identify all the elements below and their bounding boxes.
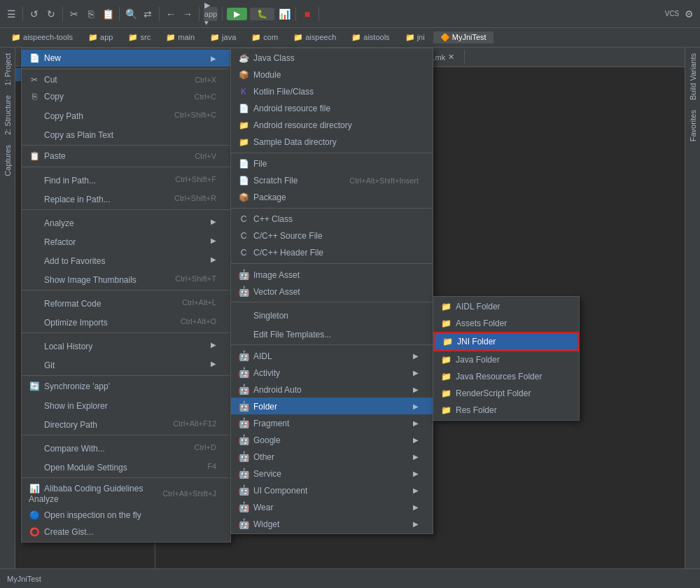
tab-close[interactable]: ✕ <box>448 52 454 62</box>
menu-scratch-file[interactable]: 📄Scratch File Ctrl+Alt+Shift+Insert <box>231 172 433 189</box>
nav-src[interactable]: 📁 src <box>121 31 158 43</box>
menu-aidl-folder[interactable]: 📁AIDL Folder <box>433 298 579 315</box>
nav-app[interactable]: 📁 app <box>81 31 120 43</box>
nav-jni[interactable]: 📁 jni <box>398 31 432 43</box>
menu-alibaba[interactable]: 📊Alibaba Coding Guidelines Analyze Ctrl+… <box>22 480 230 507</box>
menu-android-resource-file[interactable]: 📄Android resource file <box>231 100 433 117</box>
menu-jni-folder[interactable]: 📁JNI Folder <box>433 332 579 351</box>
redo-icon[interactable]: ↻ <box>44 7 58 21</box>
nav-aispeech-tools[interactable]: 📁 aispeech-tools <box>4 31 80 43</box>
menu-java-folder[interactable]: 📁Java Folder <box>433 351 579 368</box>
menu-image-asset[interactable]: 🤖Image Asset <box>231 266 433 283</box>
menu-wear[interactable]: 🤖Wear ▶ <box>231 498 433 515</box>
build-variants-icon[interactable]: Build Variants <box>687 50 699 103</box>
menu-file[interactable]: 📄File <box>231 155 433 172</box>
menu-cut[interactable]: ✂Cut Ctrl+X <box>22 71 230 88</box>
run-config-dropdown[interactable]: ▶ app ▾ <box>204 7 218 21</box>
menu-java-resources-folder[interactable]: 📁Java Resources Folder <box>433 368 579 385</box>
menu-sync[interactable]: 🔄Synchronize 'app' <box>22 378 230 395</box>
menu-other[interactable]: 🤖Other ▶ <box>231 448 433 465</box>
menu-git[interactable]: Git ▶ <box>22 354 230 373</box>
menu-service[interactable]: 🤖Service ▶ <box>231 465 433 482</box>
arrow-icon: ▶ <box>413 386 419 393</box>
menu-google[interactable]: 🤖Google ▶ <box>231 431 433 448</box>
menu-dir-path[interactable]: Directory Path Ctrl+Alt+F12 <box>22 414 230 433</box>
nav-main[interactable]: 📁 main <box>159 31 202 43</box>
forward-icon[interactable]: → <box>181 7 195 21</box>
copy-icon[interactable]: ⎘ <box>84 7 98 21</box>
menu-vector-asset[interactable]: 🤖Vector Asset <box>231 283 433 300</box>
debug-button[interactable]: 🐛 <box>250 8 274 20</box>
project-panel-icon[interactable]: 1: Project <box>2 50 13 88</box>
menu-local-history[interactable]: Local History ▶ <box>22 335 230 354</box>
menu-sample-data[interactable]: 📁Sample Data directory <box>231 134 433 150</box>
menu-java-class[interactable]: ☕Java Class <box>231 50 433 66</box>
menu-add-favorites[interactable]: Add to Favorites ▶ <box>22 250 230 269</box>
settings-icon[interactable]: ⚙ <box>682 7 696 21</box>
menu-aidl[interactable]: 🤖AIDL ▶ <box>231 347 433 364</box>
menu-reformat[interactable]: Reformat Code Ctrl+Alt+L <box>22 293 230 312</box>
menu-paste[interactable]: 📋Paste Ctrl+V <box>22 148 230 164</box>
menu-icon[interactable]: ☰ <box>4 7 18 21</box>
shortcut: Ctrl+D <box>195 443 216 451</box>
menu-copy[interactable]: ⎘Copy Ctrl+C <box>22 88 230 105</box>
menu-activity[interactable]: 🤖Activity ▶ <box>231 364 433 381</box>
menu-copy-path[interactable]: Copy Path Ctrl+Shift+C <box>22 105 230 124</box>
menu-edit-templates[interactable]: Edit File Templates... <box>231 323 433 342</box>
menu-renderscript-folder[interactable]: 📁RenderScript Folder <box>433 385 579 402</box>
undo-icon[interactable]: ↺ <box>27 7 41 21</box>
favorites-icon[interactable]: Favorites <box>687 107 699 144</box>
profile-button[interactable]: 📊 <box>277 7 291 21</box>
captures-icon[interactable]: Captures <box>2 142 13 179</box>
menu-show-thumbnails[interactable]: Show Image Thumbnails Ctrl+Shift+T <box>22 269 230 288</box>
search-replace-icon[interactable]: ⇄ <box>141 7 155 21</box>
menu-android-resource-dir[interactable]: 📁Android resource directory <box>231 117 433 134</box>
menu-show-explorer[interactable]: Show in Explorer <box>22 395 230 414</box>
menu-new[interactable]: 📄New ▶ <box>22 50 230 66</box>
back-icon[interactable]: ← <box>164 7 178 21</box>
kotlin-icon: K <box>238 86 249 97</box>
paste-icon[interactable]: 📋 <box>101 7 115 21</box>
menu-folder[interactable]: 🤖Folder ▶ <box>231 398 433 414</box>
menu-package[interactable]: 📦Package <box>231 189 433 206</box>
sep <box>231 302 433 302</box>
menu-find-path[interactable]: Find in Path... Ctrl+Shift+F <box>22 169 230 188</box>
cut-icon[interactable]: ✂ <box>67 7 81 21</box>
menu-ui-component[interactable]: 🤖UI Component ▶ <box>231 482 433 498</box>
module-icon: 📦 <box>238 69 249 80</box>
menu-gist[interactable]: ⭕Create Gist... <box>22 524 230 540</box>
menu-res-folder[interactable]: 📁Res Folder <box>433 402 579 419</box>
menu-cpp-class[interactable]: CC++ Class <box>231 211 433 227</box>
menu-module[interactable]: 📦Module <box>231 66 433 83</box>
menu-kotlin[interactable]: KKotlin File/Class <box>231 83 433 100</box>
menu-inspection[interactable]: 🔵Open inspection on the fly <box>22 507 230 524</box>
vcs-icon[interactable]: VCS <box>665 7 679 21</box>
menu-singleton[interactable]: Singleton <box>231 304 433 323</box>
shortcut: Ctrl+Alt+F12 <box>173 419 216 428</box>
menu-module-settings[interactable]: Open Module Settings F4 <box>22 456 230 475</box>
menu-analyze[interactable]: Analyze ▶ <box>22 212 230 231</box>
structure-panel-icon[interactable]: 2: Structure <box>2 92 13 138</box>
menu-cpp-header[interactable]: CC/C++ Header File <box>231 244 433 261</box>
nav-aistools[interactable]: 📁 aistools <box>344 31 396 43</box>
service-icon: 🤖 <box>238 468 249 479</box>
nav-java[interactable]: 📁 java <box>203 31 243 43</box>
nav-com[interactable]: 📁 com <box>244 31 285 43</box>
menu-replace-path[interactable]: Replace in Path... Ctrl+Shift+R <box>22 188 230 207</box>
menu-cpp-source[interactable]: CC/C++ Source File <box>231 227 433 244</box>
menu-android-auto[interactable]: 🤖Android Auto ▶ <box>231 381 433 398</box>
menu-refactor[interactable]: Refactor ▶ <box>22 231 230 250</box>
history-icon <box>29 338 40 349</box>
nav-aispeech[interactable]: 📁 aispeech <box>286 31 343 43</box>
menu-widget[interactable]: 🤖Widget ▶ <box>231 515 433 532</box>
menu-optimize[interactable]: Optimize Imports Ctrl+Alt+O <box>22 312 230 330</box>
menu-assets-folder[interactable]: 📁Assets Folder <box>433 315 579 332</box>
menu-compare[interactable]: Compare With... Ctrl+D <box>22 438 230 456</box>
run-button[interactable]: ▶ <box>227 8 247 20</box>
arrow-icon: ▶ <box>413 453 419 461</box>
nav-myjnitest[interactable]: 🔶 MyJniTest <box>433 31 493 43</box>
menu-fragment[interactable]: 🤖Fragment ▶ <box>231 414 433 431</box>
search-icon[interactable]: 🔍 <box>124 7 138 21</box>
menu-copy-plain[interactable]: Copy as Plain Text <box>22 124 230 143</box>
stop-button[interactable]: ■ <box>300 7 314 21</box>
